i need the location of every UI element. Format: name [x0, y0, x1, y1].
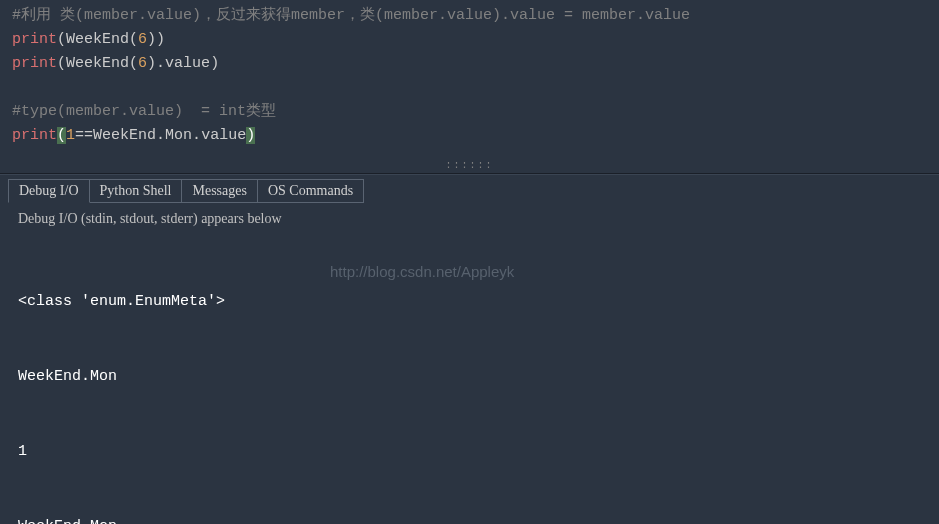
output-area[interactable]: <class 'enum.EnumMeta'> WeekEnd.Mon 1 We… [8, 239, 931, 524]
tab-messages[interactable]: Messages [182, 179, 257, 203]
output-line: 1 [18, 439, 921, 464]
code-editor[interactable]: #利用 类(member.value)，反过来获得member，类(member… [0, 0, 939, 152]
watermark-text: http://blog.csdn.net/Appleyk [330, 263, 514, 280]
panel-divider[interactable]: :::::: [0, 160, 939, 174]
panel-description: Debug I/O (stdin, stdout, stderr) appear… [8, 203, 931, 239]
output-panel: Debug I/O Python Shell Messages OS Comma… [0, 174, 939, 524]
print-keyword: print [12, 127, 57, 144]
output-line: WeekEnd.Mon [18, 514, 921, 524]
print-keyword: print [12, 31, 57, 48]
tab-python-shell[interactable]: Python Shell [90, 179, 183, 203]
print-keyword: print [12, 55, 57, 72]
output-line: <class 'enum.EnumMeta'> [18, 289, 921, 314]
tab-os-commands[interactable]: OS Commands [258, 179, 364, 203]
comment-line-1: #利用 类(member.value)，反过来获得member，类(member… [12, 7, 690, 24]
comment-line-2: #type(member.value) = int类型 [12, 103, 276, 120]
output-line: WeekEnd.Mon [18, 364, 921, 389]
matched-paren-open: ( [57, 127, 66, 144]
panel-tabs: Debug I/O Python Shell Messages OS Comma… [8, 179, 931, 203]
tab-debug-io[interactable]: Debug I/O [8, 179, 90, 203]
matched-paren-close: ) [246, 127, 255, 144]
